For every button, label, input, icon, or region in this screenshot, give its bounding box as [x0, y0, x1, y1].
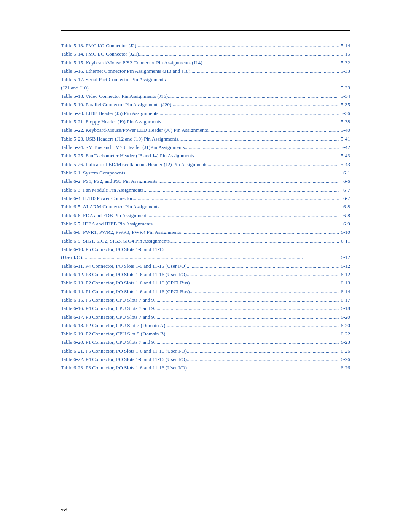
toc-link[interactable]: Table 6-15. P5 Connector, CPU Slots 7 an…: [61, 296, 154, 304]
toc-dots: ........................................…: [187, 355, 339, 363]
toc-link-continuation[interactable]: (J21 and J10): [61, 84, 89, 92]
toc-item: Table 6-8. PWR1, PWR2, PWR3, PWR4 Pin As…: [61, 228, 350, 236]
toc-page[interactable]: 5-36: [339, 109, 350, 117]
toc-item: Table 5-18. Video Connector Pin Assignme…: [61, 92, 350, 100]
toc-page[interactable]: 6-18: [339, 304, 350, 312]
toc-link[interactable]: Table 5-18. Video Connector Pin Assignme…: [61, 92, 168, 100]
toc-page[interactable]: 5-34: [339, 92, 350, 100]
toc-page[interactable]: 6-17: [339, 296, 350, 304]
toc-link[interactable]: Table 5-19. Parallel Connector Pin Assig…: [61, 101, 171, 109]
toc-dots: ........................................…: [139, 50, 339, 58]
toc-item: Table 6-14. P1 Connector, I/O Slots 1-6 …: [61, 288, 350, 296]
toc-link[interactable]: Table 6-13. P2 Connector, I/O Slots 1-6 …: [61, 279, 190, 287]
toc-item: Table 6-12. P3 Connector, I/O Slots 1-6 …: [61, 270, 350, 278]
toc-link[interactable]: Table 6-2. PS1, PS2, and PS3 Pin Assignm…: [61, 177, 157, 185]
toc-link[interactable]: Table 6-8. PWR1, PWR2, PWR3, PWR4 Pin As…: [61, 228, 181, 236]
toc-link[interactable]: Table 5-16. Ethernet Connector Pin Assig…: [61, 67, 190, 75]
toc-page[interactable]: 6-9: [339, 220, 350, 228]
toc-page[interactable]: 6-20: [339, 313, 350, 321]
bottom-rule: [61, 383, 350, 383]
toc-page[interactable]: 5-41: [339, 135, 350, 143]
toc-link[interactable]: Table 6-23. P3 Connector, I/O Slots 1-6 …: [61, 364, 187, 372]
toc-item: Table 6-18. P2 Connector, CPU Slot 7 (Do…: [61, 321, 350, 329]
toc-page[interactable]: 6-12: [339, 262, 350, 270]
toc-link[interactable]: Table 6-16. P4 Connector, CPU Slots 7 an…: [61, 304, 154, 312]
toc-page[interactable]: 6-12: [339, 270, 350, 278]
toc-item: Table 6-4. H.110 Power Connector .......…: [61, 194, 350, 202]
toc-link[interactable]: Table 5-20. EIDE Header (J5) Pin Assignm…: [61, 109, 158, 117]
toc-link[interactable]: Table 6-11. P4 Connector, I/O Slots 1-6 …: [61, 262, 186, 270]
toc-item: Table 6-19. P2 Connector, CPU Slot 9 (Do…: [61, 330, 350, 338]
toc-dots: ........................................…: [168, 92, 339, 100]
toc-link[interactable]: Table 6-5. ALARM Connector Pin Assignmen…: [61, 203, 159, 211]
toc-link[interactable]: Table 6-18. P2 Connector, CPU Slot 7 (Do…: [61, 321, 166, 329]
toc-page[interactable]: 5-15: [339, 50, 350, 58]
toc-page[interactable]: 6-26: [339, 347, 350, 355]
toc-page[interactable]: 6-8: [339, 211, 350, 219]
toc-page[interactable]: 6-11: [339, 237, 350, 245]
toc-link[interactable]: Table 6-3. Fan Module Pin Assignments: [61, 186, 143, 194]
toc-dots: ........................................…: [82, 253, 339, 261]
toc-link[interactable]: Table 5-21. Floppy Header (J9) Pin Assig…: [61, 118, 161, 126]
toc-page[interactable]: 6-7: [339, 194, 350, 202]
toc-page[interactable]: 6-10: [339, 228, 350, 236]
toc-link[interactable]: Table 5-14. PMC I/O Connector (J21): [61, 50, 139, 58]
toc-link[interactable]: Table 6-7. IDEA and IDEB Pin Assignments: [61, 220, 153, 228]
toc-page[interactable]: 5-38: [339, 118, 350, 126]
toc-page[interactable]: 5-43: [339, 152, 350, 160]
toc-page[interactable]: 6-23: [339, 338, 350, 346]
toc-link[interactable]: Table 6-10. P5 Connector, I/O Slots 1-6 …: [61, 246, 164, 252]
toc-page[interactable]: 6-14: [339, 288, 350, 296]
toc-page[interactable]: 5-14: [339, 42, 350, 50]
toc-link[interactable]: Table 5-26. Indicator LED/Miscellaneous …: [61, 160, 207, 168]
toc-page[interactable]: 6-7: [339, 186, 350, 194]
toc-dots: ........................................…: [166, 321, 339, 329]
toc-link[interactable]: Table 6-22. P4 Connector, I/O Slots 1-6 …: [61, 355, 187, 363]
toc-page[interactable]: 6-6: [339, 177, 350, 185]
toc-page[interactable]: 6-26: [339, 364, 350, 372]
toc-link[interactable]: Table 5-25. Fan Tachometer Header (J3 an…: [61, 152, 194, 160]
toc-link[interactable]: Table 6-1. System Components: [61, 169, 125, 177]
toc-link[interactable]: Table 5-22. Keyboard/Mouse/Power LED Hea…: [61, 126, 208, 134]
toc-dots: ........................................…: [194, 152, 339, 160]
toc-page[interactable]: 5-33: [339, 84, 350, 92]
toc-list: Table 5-13. PMC I/O Connector (J2) .....…: [61, 42, 350, 372]
toc-link[interactable]: Table 6-21. P5 Connector, I/O Slots 1-6 …: [61, 347, 187, 355]
toc-link[interactable]: Table 6-19. P2 Connector, CPU Slot 9 (Do…: [61, 330, 166, 338]
toc-dots: ........................................…: [178, 135, 339, 143]
toc-dots: ........................................…: [186, 262, 339, 270]
toc-link[interactable]: Table 6-20. P1 Connector, CPU Slots 7 an…: [61, 338, 154, 346]
toc-link[interactable]: Table 6-17. P3 Connector, CPU Slots 7 an…: [61, 313, 154, 321]
toc-dots: ........................................…: [187, 347, 339, 355]
toc-page[interactable]: 6-12: [339, 253, 350, 261]
toc-dots: ........................................…: [153, 220, 339, 228]
toc-page[interactable]: 5-42: [339, 143, 350, 151]
toc-link[interactable]: Table 6-9. SIG1, SIG2, SIG3, SIG4 Pin As…: [61, 237, 170, 245]
toc-page[interactable]: 6-20: [339, 321, 350, 329]
toc-dots: ........................................…: [207, 160, 339, 168]
toc-page[interactable]: 6-22: [339, 330, 350, 338]
toc-page[interactable]: 5-43: [339, 160, 350, 168]
toc-link[interactable]: Table 6-4. H.110 Power Connector: [61, 194, 132, 202]
toc-page[interactable]: 5-40: [339, 126, 350, 134]
toc-page[interactable]: 6-26: [339, 355, 350, 363]
toc-item: Table 6-17. P3 Connector, CPU Slots 7 an…: [61, 313, 350, 321]
toc-link[interactable]: Table 5-23. USB Headers (J12 and J19) Pi…: [61, 135, 178, 143]
toc-link[interactable]: Table 5-17. Serial Port Connector Pin As…: [61, 77, 166, 82]
toc-link[interactable]: Table 5-24. SM Bus and LM78 Header (J1)P…: [61, 143, 185, 151]
toc-link[interactable]: Table 6-6. FDA and FDB Pin Assignments: [61, 211, 148, 219]
toc-page[interactable]: 5-32: [339, 59, 350, 67]
toc-link[interactable]: Table 6-14. P1 Connector, I/O Slots 1-6 …: [61, 288, 190, 296]
toc-link-continuation[interactable]: (User I/O): [61, 253, 82, 261]
toc-item: Table 5-19. Parallel Connector Pin Assig…: [61, 101, 350, 109]
toc-page[interactable]: 6-8: [339, 203, 350, 211]
toc-page[interactable]: 6-13: [339, 279, 350, 287]
toc-link[interactable]: Table 6-12. P3 Connector, I/O Slots 1-6 …: [61, 270, 187, 278]
toc-page[interactable]: 6-1: [339, 169, 350, 177]
toc-dots: ........................................…: [137, 42, 339, 50]
toc-link[interactable]: Table 5-15. Keyboard/Mouse P/S2 Connecto…: [61, 59, 202, 67]
toc-page[interactable]: 5-35: [339, 101, 350, 109]
toc-link[interactable]: Table 5-13. PMC I/O Connector (J2): [61, 42, 137, 50]
toc-page[interactable]: 5-33: [339, 67, 350, 75]
toc-dots: ........................................…: [148, 211, 339, 219]
